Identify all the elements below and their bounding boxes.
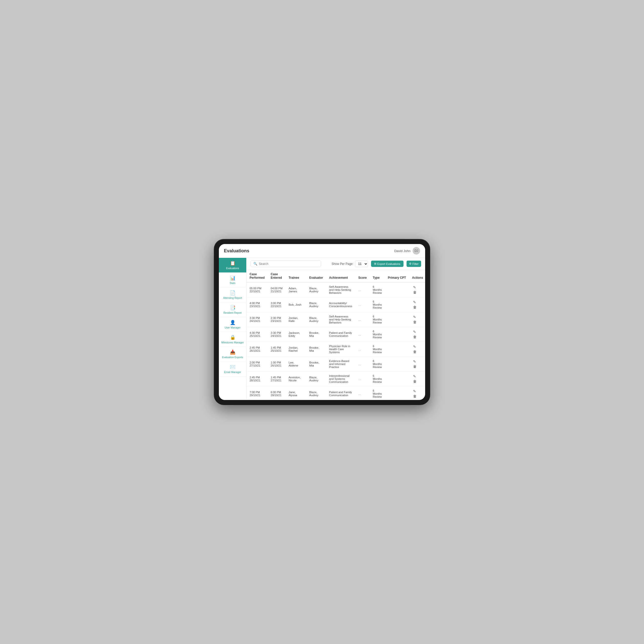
edit-button[interactable]: ✎: [412, 374, 417, 379]
export-icon: ⊞: [374, 262, 376, 265]
edit-button[interactable]: ✎: [412, 285, 417, 290]
cell-trainee: Adam, James: [286, 282, 306, 297]
search-input[interactable]: [259, 262, 318, 266]
sidebar-item-stats[interactable]: 📊 Stats: [219, 273, 246, 288]
table-row: 7:00 PM29/10/21 6:00 PM28/10/21 Jane, Al…: [247, 386, 425, 400]
cell-case-performed: 4:30 PM25/10/21: [247, 327, 268, 342]
cell-case-entered: 1:00 PM26/10/21: [268, 357, 286, 372]
search-box[interactable]: 🔍: [251, 260, 321, 267]
filter-icon: ⚙: [409, 262, 412, 265]
cell-case-entered: 2:30 PM23/10/21: [268, 312, 286, 327]
cell-actions: ✎ 🗑: [409, 386, 425, 400]
cell-evaluator: Blaze, Audrey: [306, 386, 326, 400]
resident-report-icon: 📑: [230, 305, 235, 310]
user-name: David John: [394, 249, 411, 253]
export-evaluations-button[interactable]: ⊞ Export Evaluations: [371, 261, 404, 267]
sidebar-item-evaluations[interactable]: 📋 Evaluations: [219, 258, 246, 273]
cell-case-performed: 05:00 PM22/10/21: [247, 282, 268, 297]
delete-button[interactable]: 🗑: [412, 290, 418, 295]
tablet-screen: Evaluations David John DJ 📋 Evaluations …: [219, 244, 425, 400]
cell-case-entered: 04:00 PM21/10/21: [268, 282, 286, 297]
per-page-select[interactable]: 11 25 50: [355, 261, 368, 267]
table-container: CasePerformed CaseEntered Trainee Evalua…: [247, 270, 425, 400]
sidebar-label-stats: Stats: [230, 282, 235, 285]
evaluation-exports-icon: 📥: [230, 349, 235, 355]
attending-report-icon: 📄: [230, 290, 235, 296]
content-area: 🔍 Show Per Page: 11 25 50 ⊞ Export Eva: [247, 258, 425, 400]
search-icon: 🔍: [253, 262, 257, 266]
table-row: 2:45 PM28/10/21 1:45 PM27/10/21 Anniston…: [247, 372, 425, 386]
sidebar-label-evaluations: Evaluations: [226, 267, 239, 270]
sidebar-item-resident-report[interactable]: 📑 Resident Report: [219, 302, 246, 317]
cell-score: ...: [355, 282, 370, 297]
cell-primary-cpt: [385, 386, 409, 400]
filter-button[interactable]: ⚙ Filter: [407, 261, 421, 267]
delete-button[interactable]: 🗑: [412, 394, 418, 399]
milestones-manager-icon: 🔒: [230, 335, 235, 340]
cell-case-performed: 4:00 PM23/10/21: [247, 297, 268, 312]
delete-button[interactable]: 🗑: [412, 305, 418, 310]
sidebar-item-milestones-manager[interactable]: 🔒 Milestones Manager: [219, 332, 246, 347]
filter-label: Filter: [413, 262, 419, 265]
stats-icon: 📊: [230, 275, 235, 281]
sidebar-label-evaluation-exports: Evaluation Exports: [222, 356, 243, 359]
cell-primary-cpt: [385, 312, 409, 327]
sidebar-item-user-manager[interactable]: 👤 User Manager: [219, 317, 246, 332]
sidebar: 📋 Evaluations 📊 Stats 📄 Attending Report…: [219, 258, 247, 400]
sidebar-item-email-manager[interactable]: ✉️ Email Manager: [219, 362, 246, 377]
cell-trainee: Jackson, Eddy: [286, 327, 306, 342]
cell-case-performed: 2:00 PM27/10/21: [247, 357, 268, 372]
cell-primary-cpt: [385, 357, 409, 372]
cell-achievement: Accountability/ Conscientiousness: [326, 297, 355, 312]
cell-actions: ✎ 🗑: [409, 342, 425, 357]
table-row: 05:00 PM22/10/21 04:00 PM21/10/21 Adam, …: [247, 282, 425, 297]
sidebar-label-user-manager: User Manager: [225, 326, 240, 329]
tablet-frame: Evaluations David John DJ 📋 Evaluations …: [214, 239, 430, 405]
cell-case-performed: 7:00 PM29/10/21: [247, 386, 268, 400]
delete-button[interactable]: 🗑: [412, 364, 418, 369]
cell-actions: ✎ 🗑: [409, 327, 425, 342]
col-header-primary-cpt: Primary CPT: [385, 270, 409, 282]
delete-button[interactable]: 🗑: [412, 319, 418, 325]
cell-achievement: Evidence-Based and Informed Practice: [326, 357, 355, 372]
delete-button[interactable]: 🗑: [412, 349, 418, 354]
delete-button[interactable]: 🗑: [412, 379, 418, 384]
col-header-achievement: Achievement: [326, 270, 355, 282]
sidebar-label-attending-report: Attending Report: [223, 297, 242, 300]
edit-button[interactable]: ✎: [412, 300, 417, 305]
cell-case-performed: 3:30 PM24/10/21: [247, 312, 268, 327]
col-header-trainee: Trainee: [286, 270, 306, 282]
cell-score: ...: [355, 357, 370, 372]
email-manager-icon: ✉️: [230, 364, 235, 370]
edit-button[interactable]: ✎: [412, 389, 417, 394]
cell-achievement: Interprofessional and Systems Communicat…: [326, 372, 355, 386]
cell-case-entered: 3:30 PM24/10/21: [268, 327, 286, 342]
sidebar-label-milestones-manager: Milestones Manager: [221, 341, 244, 344]
edit-button[interactable]: ✎: [412, 344, 417, 349]
table-row: 4:00 PM23/10/21 3:00 PM22/10/21 Bob, Jos…: [247, 297, 425, 312]
cell-case-performed: 2:45 PM26/10/21: [247, 342, 268, 357]
cell-trainee: Anniston, Nicole: [286, 372, 306, 386]
cell-trainee: Lee, Abilene: [286, 357, 306, 372]
cell-trainee: Bob, Josh: [286, 297, 306, 312]
edit-button[interactable]: ✎: [412, 314, 417, 319]
sidebar-item-evaluation-exports[interactable]: 📥 Evaluation Exports: [219, 347, 246, 362]
edit-button[interactable]: ✎: [412, 329, 417, 334]
cell-evaluator: Blaze, Audrey: [306, 372, 326, 386]
sidebar-item-attending-report[interactable]: 📄 Attending Report: [219, 288, 246, 302]
cell-case-entered: 1:45 PM25/10/21: [268, 342, 286, 357]
cell-primary-cpt: [385, 327, 409, 342]
col-header-evaluator: Evaluator: [306, 270, 326, 282]
cell-evaluator: Brooke, Mia: [306, 342, 326, 357]
sidebar-label-email-manager: Email Manager: [224, 371, 241, 374]
cell-score: ...: [355, 342, 370, 357]
cell-actions: ✎ 🗑: [409, 372, 425, 386]
table-row: 3:30 PM24/10/21 2:30 PM23/10/21 Jordan, …: [247, 312, 425, 327]
cell-score: ...: [355, 327, 370, 342]
edit-button[interactable]: ✎: [412, 359, 417, 364]
cell-evaluator: Blaze, Audrey: [306, 297, 326, 312]
cell-actions: ✎ 🗑: [409, 357, 425, 372]
delete-button[interactable]: 🗑: [412, 334, 418, 339]
toolbar: 🔍 Show Per Page: 11 25 50 ⊞ Export Eva: [247, 258, 425, 270]
cell-evaluator: Blaze, Audrey: [306, 282, 326, 297]
